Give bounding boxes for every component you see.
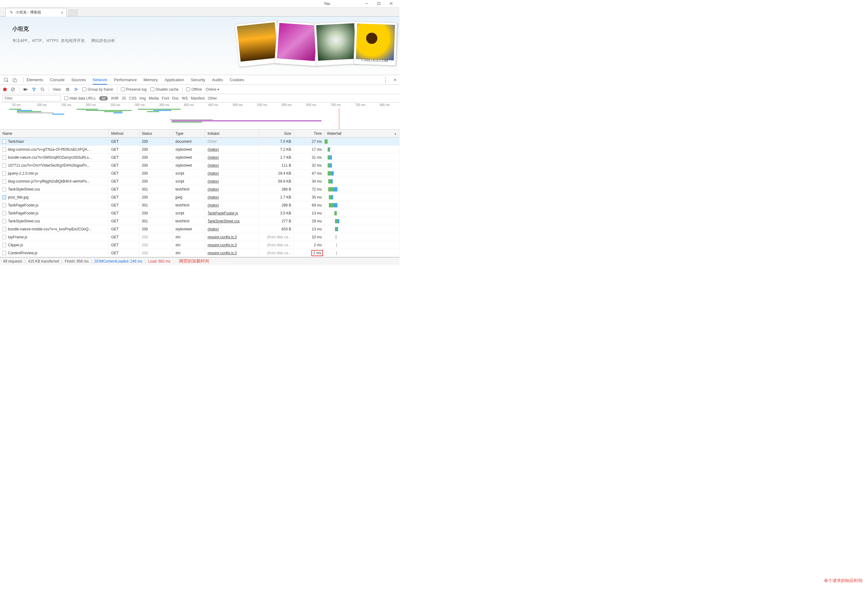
device-toggle-icon[interactable] (12, 77, 18, 83)
timeline-tick: 400 ms (184, 103, 194, 106)
col-status[interactable]: Status (139, 130, 173, 137)
grid-header[interactable]: Name Method Status Type Initiator Size T… (0, 130, 400, 137)
row-initiator[interactable]: require-config.js:3 (208, 235, 237, 239)
col-waterfall[interactable]: Waterfall▲ (325, 130, 400, 137)
search-icon[interactable] (40, 87, 45, 92)
devtools-tab-performance[interactable]: Performance (114, 77, 137, 82)
table-row[interactable]: TankXiao/GET200documentOther7.0 KB27 ms (0, 137, 400, 146)
row-initiator[interactable]: require-config.js:3 (208, 251, 237, 255)
row-type: text/html (173, 201, 205, 209)
table-row[interactable]: blog-common.js?v=yRkjgN2sBQkB4hX-wirHxPo… (0, 177, 400, 185)
minimize-button[interactable] (360, 0, 373, 7)
row-initiator[interactable]: (index) (208, 147, 219, 152)
filter-type-xhr[interactable]: XHR (111, 96, 118, 100)
col-type[interactable]: Type (173, 130, 205, 137)
disable-cache-checkbox[interactable]: Disable cache (150, 87, 179, 92)
row-status: 200 (139, 233, 173, 241)
row-waterfall (325, 169, 400, 177)
row-size: (from disk ca... (259, 241, 294, 249)
timeline-tick: 350 ms (159, 103, 169, 106)
filter-type-doc[interactable]: Doc (173, 96, 179, 100)
timeline-tick: 700 ms (331, 103, 341, 106)
inspect-element-icon[interactable] (3, 77, 9, 83)
col-name[interactable]: Name (0, 130, 109, 137)
devtools-close-icon[interactable]: × (394, 77, 397, 83)
devtools-more-icon[interactable]: ⋮ (383, 77, 388, 83)
hide-data-urls-checkbox[interactable]: Hide data URLs (64, 96, 96, 100)
row-initiator[interactable]: TankPageFooter.js (208, 211, 238, 215)
row-waterfall (325, 225, 400, 233)
row-time: 34 ms (294, 177, 325, 185)
filter-input[interactable] (3, 95, 61, 101)
group-by-frame-checkbox[interactable]: Group by frame (83, 87, 113, 92)
timeline-overview[interactable]: 50 ms100 ms150 ms200 ms250 ms300 ms350 m… (0, 103, 400, 130)
maximize-button[interactable] (373, 0, 385, 7)
devtools-tab-cookies[interactable]: Cookies (230, 77, 244, 82)
table-row[interactable]: bundle-nature.css?v=SMSmqROZamyrz003uRLs… (0, 154, 400, 161)
filter-type-other[interactable]: Other (208, 96, 217, 100)
row-initiator[interactable]: (index) (208, 195, 219, 199)
row-time: 35 ms (294, 193, 325, 201)
row-initiator[interactable]: require-config.js:3 (208, 243, 237, 247)
row-name: TankPageFooter.js (8, 203, 38, 207)
timeline-tick: 550 ms (257, 103, 267, 106)
table-row[interactable]: Clipper.jsGET200xhrrequire-config.js:3(f… (0, 241, 400, 249)
table-row[interactable]: bundle-nature-mobile.css?v=x_kvsPnyiEe2C… (0, 225, 400, 233)
overview-icon[interactable] (74, 87, 79, 92)
devtools-tab-application[interactable]: Application (165, 77, 184, 82)
row-type: stylesheet (173, 154, 205, 161)
row-initiator[interactable]: TankStyleSheet.css (208, 219, 240, 223)
row-time: 72 ms (294, 185, 325, 193)
record-button[interactable] (3, 88, 7, 91)
large-rows-icon[interactable] (65, 87, 70, 92)
camera-icon[interactable] (23, 87, 28, 92)
preserve-log-checkbox[interactable]: Preserve log (121, 87, 147, 92)
col-initiator[interactable]: Initiator (205, 130, 259, 137)
table-row[interactable]: TankStyleSheet.cssGET301text/htmlTankSty… (0, 217, 400, 225)
filter-type-manifest[interactable]: Manifest (191, 96, 205, 100)
filter-type-all[interactable]: All (99, 96, 108, 100)
row-waterfall (325, 201, 400, 209)
table-row[interactable]: blog-common.css?v=giTNza-Of-PEt5UsELhFQA… (0, 146, 400, 154)
browser-tab[interactable]: ✎ 小坦克 - 博客园 × (6, 8, 67, 16)
table-row[interactable]: ContentPreview.jsGET200xhrrequire-config… (0, 249, 400, 257)
devtools-tab-audits[interactable]: Audits (212, 77, 223, 82)
devtools-tab-memory[interactable]: Memory (143, 77, 158, 82)
filter-type-font[interactable]: Font (162, 96, 169, 100)
devtools-tab-sources[interactable]: Sources (71, 77, 86, 82)
row-initiator[interactable]: (index) (208, 163, 219, 168)
tab-close-icon[interactable]: × (61, 10, 63, 15)
row-initiator[interactable]: (index) (208, 203, 219, 207)
devtools-tab-network[interactable]: Network (93, 77, 108, 84)
throttling-select[interactable]: Online▾ (206, 87, 220, 92)
new-tab-button[interactable] (69, 9, 78, 16)
filter-type-img[interactable]: Img (140, 96, 146, 100)
clear-icon[interactable] (10, 87, 15, 92)
row-initiator[interactable]: (index) (208, 155, 219, 160)
filter-icon[interactable] (31, 87, 37, 92)
filter-type-css[interactable]: CSS (129, 96, 137, 100)
timeline-tick: 100 ms (37, 103, 47, 106)
devtools-tab-security[interactable]: Security (191, 77, 205, 82)
row-initiator[interactable]: (index) (208, 171, 219, 176)
devtools-tab-elements[interactable]: Elements (27, 77, 43, 82)
row-initiator[interactable]: (index) (208, 187, 219, 192)
filter-type-ws[interactable]: WS (182, 96, 188, 100)
offline-checkbox[interactable]: Offline (186, 87, 202, 92)
devtools-tab-console[interactable]: Console (50, 77, 65, 82)
table-row[interactable]: TankPageFooter.jsGET301text/html(index)2… (0, 201, 400, 209)
col-size[interactable]: Size (259, 130, 294, 137)
col-method[interactable]: Method (109, 130, 139, 137)
close-window-button[interactable] (385, 0, 397, 7)
table-row[interactable]: TankStyleSheet.cssGET301text/html(index)… (0, 185, 400, 193)
table-row[interactable]: jquery-2.2.0.min.jsGET200script(index)29… (0, 169, 400, 177)
row-initiator[interactable]: (index) (208, 179, 219, 183)
col-time[interactable]: Time (294, 130, 325, 137)
table-row[interactable]: topFrame.jsGET200xhrrequire-config.js:3(… (0, 233, 400, 241)
row-initiator[interactable]: (index) (208, 227, 219, 231)
filter-type-media[interactable]: Media (149, 96, 159, 100)
table-row[interactable]: 107711.css?v=OmYVIdwrSe2KgXD4%2bqpuPn...… (0, 161, 400, 169)
filter-type-js[interactable]: JS (121, 96, 126, 100)
table-row[interactable]: TankPageFooter.jsGET200scriptTankPageFoo… (0, 209, 400, 217)
table-row[interactable]: post_title.jpgGET200jpeg(index)1.7 KB35 … (0, 193, 400, 201)
